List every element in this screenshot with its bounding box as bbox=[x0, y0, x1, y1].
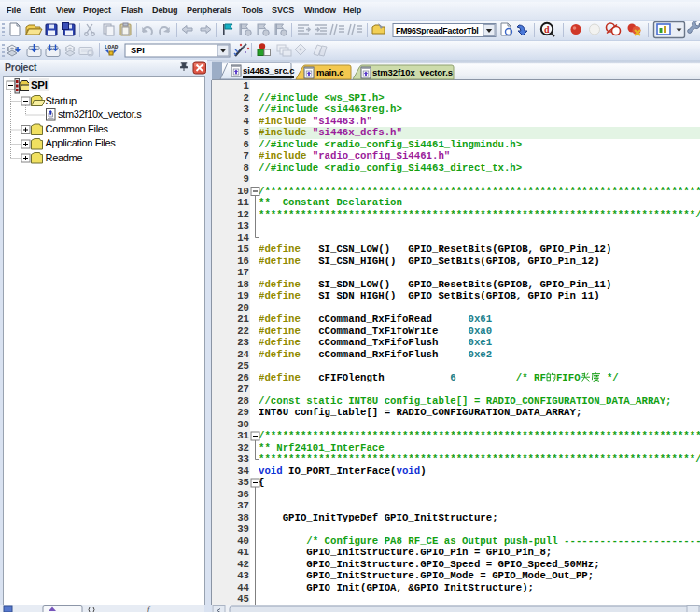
svg-text:d: d bbox=[544, 24, 550, 35]
svg-text:FM96SpreadFactorTbl: FM96SpreadFactorTbl bbox=[396, 26, 479, 35]
svg-text:SPI: SPI bbox=[131, 46, 145, 55]
svg-text:LOAD: LOAD bbox=[105, 44, 119, 50]
